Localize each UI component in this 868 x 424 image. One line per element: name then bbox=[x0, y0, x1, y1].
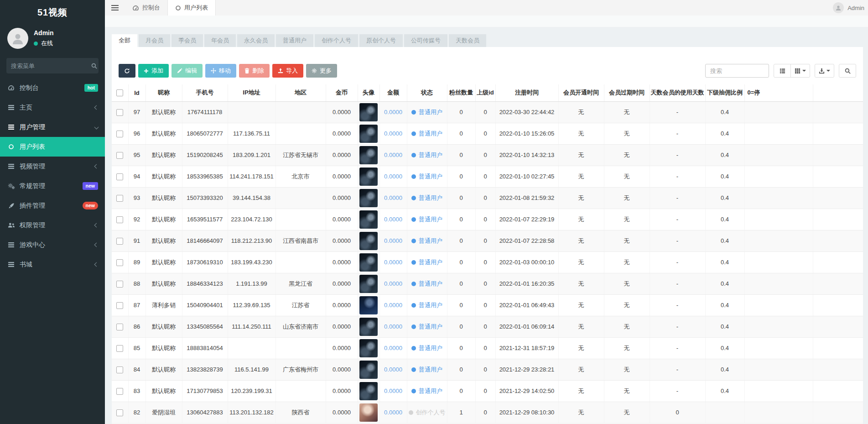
table-row[interactable]: 88默认昵称188463341231.191.13.99黑龙江省0.00000.… bbox=[112, 273, 863, 294]
column-header-粉丝数量[interactable]: 粉丝数量 bbox=[447, 84, 475, 101]
table-row[interactable]: 97默认昵称176741111780.00000.0000普通用户002022-… bbox=[112, 101, 863, 123]
column-header-下级抽佣比例[interactable]: 下级抽佣比例 bbox=[705, 84, 744, 101]
filter-tab-年会员[interactable]: 年会员 bbox=[204, 34, 236, 47]
sidebar-item-权限管理[interactable]: 权限管理 bbox=[0, 215, 105, 235]
table-search-button[interactable] bbox=[839, 64, 856, 78]
table-row[interactable]: 86默认昵称13345085564111.14.250.111山东省济南市0.0… bbox=[112, 316, 863, 337]
row-checkbox[interactable] bbox=[116, 152, 123, 159]
row-checkbox[interactable] bbox=[116, 109, 123, 116]
avatar-image[interactable] bbox=[359, 403, 378, 422]
delete-button[interactable]: 删除 bbox=[239, 64, 270, 78]
avatar-image[interactable] bbox=[359, 361, 378, 379]
status-badge[interactable]: 普通用户 bbox=[411, 344, 442, 352]
status-badge[interactable]: 普通用户 bbox=[411, 301, 442, 309]
filter-tab-原创个人号[interactable]: 原创个人号 bbox=[359, 34, 403, 47]
status-badge[interactable]: 普通用户 bbox=[411, 366, 442, 374]
avatar-image[interactable] bbox=[359, 382, 378, 400]
row-checkbox[interactable] bbox=[116, 345, 123, 352]
row-checkbox[interactable] bbox=[116, 216, 123, 223]
avatar-image[interactable] bbox=[359, 125, 378, 143]
column-header-金额[interactable]: 金额 bbox=[379, 84, 407, 101]
table-row[interactable]: 96默认昵称18065072777117.136.75.110.00000.00… bbox=[112, 123, 863, 144]
amount-link[interactable]: 0.0000 bbox=[384, 302, 402, 309]
column-header-金币[interactable]: 金币 bbox=[326, 84, 358, 101]
edit-button[interactable]: 编辑 bbox=[172, 64, 203, 78]
table-row[interactable]: 82爱阴湿坦13060427883113.201.132.182陕西省0.000… bbox=[112, 402, 863, 423]
row-checkbox[interactable] bbox=[116, 173, 123, 180]
amount-link[interactable]: 0.0000 bbox=[384, 194, 402, 201]
amount-link[interactable]: 0.0000 bbox=[384, 366, 402, 373]
export-dropdown-button[interactable] bbox=[815, 64, 834, 78]
table-search-input[interactable] bbox=[705, 64, 769, 78]
avatar-image[interactable] bbox=[359, 189, 378, 207]
avatar-image[interactable] bbox=[359, 339, 378, 357]
more-button[interactable]: 更多 bbox=[306, 64, 337, 78]
amount-link[interactable]: 0.0000 bbox=[384, 323, 402, 330]
filter-tab-季会员[interactable]: 季会员 bbox=[172, 34, 203, 47]
amount-link[interactable]: 0.0000 bbox=[384, 387, 402, 394]
refresh-button[interactable] bbox=[119, 64, 135, 78]
status-badge[interactable]: 普通用户 bbox=[411, 173, 442, 181]
amount-link[interactable]: 0.0000 bbox=[384, 345, 402, 351]
column-header-昵称[interactable]: 昵称 bbox=[146, 84, 182, 101]
sidebar-item-控制台[interactable]: 控制台hot bbox=[0, 78, 105, 98]
status-badge[interactable]: 普通用户 bbox=[411, 323, 442, 331]
row-checkbox[interactable] bbox=[116, 131, 123, 137]
amount-link[interactable]: 0.0000 bbox=[384, 130, 402, 137]
column-header-手机号[interactable]: 手机号 bbox=[182, 84, 228, 101]
row-checkbox[interactable] bbox=[116, 238, 123, 245]
hamburger-menu-icon[interactable] bbox=[105, 0, 125, 16]
avatar-image[interactable] bbox=[359, 103, 378, 121]
column-header-会员开通时间[interactable]: 会员开通时间 bbox=[558, 84, 604, 101]
table-row[interactable]: 92默认昵称16539511577223.104.72.1300.00000.0… bbox=[112, 209, 863, 230]
table-row[interactable]: 95默认昵称15190208245183.209.1.201江苏省无锡市0.00… bbox=[112, 144, 863, 166]
table-row[interactable]: 84默认昵称13823828739116.5.141.99广东省梅州市0.000… bbox=[112, 359, 863, 380]
column-header-0=停[interactable]: 0=停 bbox=[744, 84, 813, 101]
status-badge[interactable]: 普通用户 bbox=[411, 237, 442, 245]
filter-tab-创作个人号[interactable]: 创作个人号 bbox=[315, 34, 358, 47]
avatar-image[interactable] bbox=[359, 168, 378, 186]
status-badge[interactable]: 普通用户 bbox=[411, 130, 442, 138]
sidebar-item-主页[interactable]: 主页 bbox=[0, 98, 105, 117]
sidebar-item-书城[interactable]: 书城 bbox=[0, 255, 105, 274]
column-header-天数会员的使用天数[interactable]: 天数会员的使用天数 bbox=[650, 84, 705, 101]
status-badge[interactable]: 普通用户 bbox=[411, 258, 442, 267]
table-row[interactable]: 89默认昵称18730619310183.199.43.2300.00000.0… bbox=[112, 251, 863, 273]
import-button[interactable]: 导入 bbox=[272, 64, 303, 78]
amount-link[interactable]: 0.0000 bbox=[384, 409, 402, 416]
column-header-IP地址[interactable]: IP地址 bbox=[228, 84, 275, 101]
column-header-注册时间[interactable]: 注册时间 bbox=[495, 84, 558, 101]
table-row[interactable]: 85默认昵称188838140540.00000.0000普通用户002021-… bbox=[112, 337, 863, 359]
move-button[interactable]: 移动 bbox=[205, 64, 236, 78]
sidebar-item-游戏中心[interactable]: 游戏中心 bbox=[0, 235, 105, 255]
column-header-状态[interactable]: 状态 bbox=[407, 84, 447, 101]
amount-link[interactable]: 0.0000 bbox=[384, 216, 402, 223]
avatar-image[interactable] bbox=[359, 232, 378, 250]
table-row[interactable]: 93默认昵称1507339332039.144.154.380.00000.00… bbox=[112, 187, 863, 209]
avatar-image[interactable] bbox=[359, 318, 378, 336]
row-checkbox[interactable] bbox=[116, 409, 123, 416]
avatar-image[interactable] bbox=[359, 210, 378, 229]
status-badge[interactable]: 普通用户 bbox=[411, 215, 442, 224]
topbar-tab-用户列表[interactable]: 用户列表 bbox=[167, 0, 216, 16]
status-badge[interactable]: 普通用户 bbox=[411, 108, 442, 116]
avatar-image[interactable] bbox=[359, 146, 378, 164]
avatar-image[interactable] bbox=[359, 275, 378, 293]
amount-link[interactable]: 0.0000 bbox=[384, 152, 402, 158]
amount-link[interactable]: 0.0000 bbox=[384, 259, 402, 266]
row-checkbox[interactable] bbox=[116, 324, 123, 330]
row-checkbox[interactable] bbox=[116, 388, 123, 395]
table-row[interactable]: 91默认昵称18146664097118.212.213.90江西省南昌市0.0… bbox=[112, 230, 863, 251]
sidebar-item-常规管理[interactable]: 常规管理new bbox=[0, 176, 105, 196]
status-badge[interactable]: 普通用户 bbox=[411, 151, 442, 159]
avatar-image[interactable] bbox=[359, 296, 378, 314]
view-detail-button[interactable] bbox=[774, 64, 791, 78]
columns-dropdown-button[interactable] bbox=[790, 64, 810, 78]
row-checkbox[interactable] bbox=[116, 281, 123, 288]
status-badge[interactable]: 普通用户 bbox=[411, 280, 442, 288]
amount-link[interactable]: 0.0000 bbox=[384, 173, 402, 180]
select-all-checkbox[interactable] bbox=[116, 89, 123, 96]
status-badge[interactable]: 普通用户 bbox=[411, 387, 442, 395]
filter-tab-永久会员[interactable]: 永久会员 bbox=[237, 34, 275, 47]
column-header-上级id[interactable]: 上级id bbox=[475, 84, 495, 101]
